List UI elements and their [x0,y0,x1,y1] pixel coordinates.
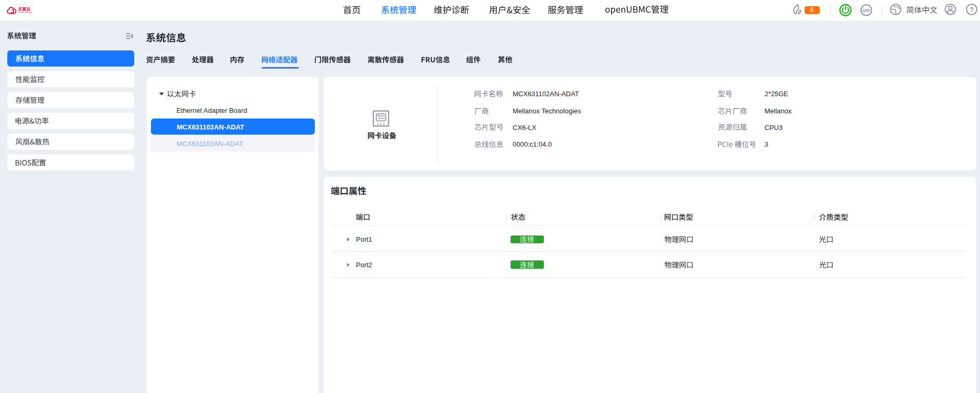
svg-text:?: ? [970,6,974,14]
svg-text:UID: UID [862,8,870,12]
svg-text:State Cloud: State Cloud [18,11,32,14]
